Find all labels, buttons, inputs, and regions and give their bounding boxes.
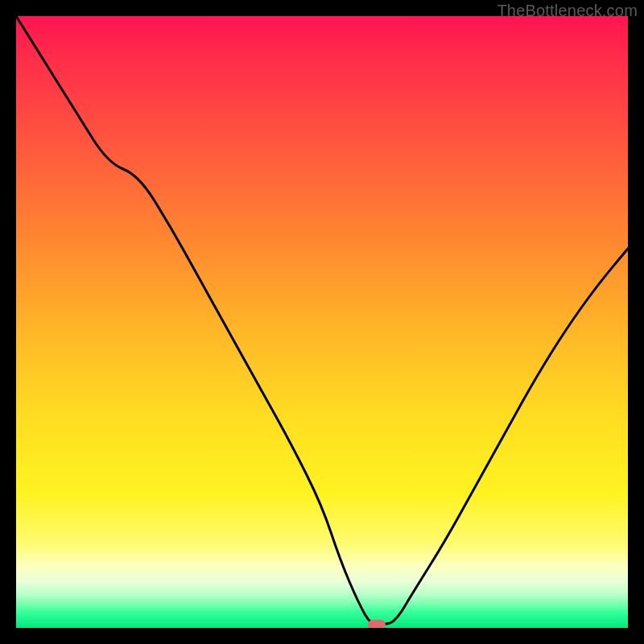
chart-frame: TheBottleneck.com [0,0,644,644]
watermark-text: TheBottleneck.com [497,2,638,20]
optimal-point-marker [368,620,386,628]
bottleneck-curve [16,16,628,628]
plot-area [16,16,628,628]
